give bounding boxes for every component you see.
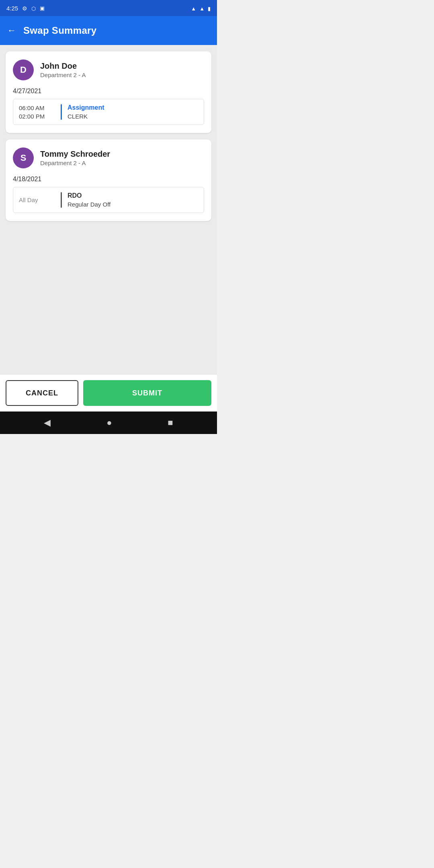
- tommy-schroeder-card: S Tommy Schroeder Department 2 - A 4/18/…: [6, 139, 211, 221]
- john-doe-shift-divider: [61, 104, 62, 120]
- tommy-schroeder-shift-details: RDO Regular Day Off: [68, 192, 111, 208]
- tommy-schroeder-shift-type: RDO: [68, 192, 111, 199]
- nav-bar: ◀ ● ■: [0, 411, 217, 434]
- tommy-schroeder-time-start: All Day: [19, 197, 55, 203]
- john-doe-shift-type: Assignment: [68, 104, 104, 111]
- john-doe-avatar: D: [13, 59, 34, 80]
- signal-icon: [199, 5, 205, 12]
- tommy-schroeder-date: 4/18/2021: [13, 176, 204, 183]
- tommy-schroeder-info: Tommy Schroeder Department 2 - A: [40, 149, 110, 166]
- back-button[interactable]: ←: [7, 25, 16, 36]
- john-doe-shift-box: 06:00 AM 02:00 PM Assignment CLERK: [13, 99, 204, 125]
- nav-home-icon[interactable]: ●: [106, 418, 112, 428]
- john-doe-person-row: D John Doe Department 2 - A: [13, 59, 204, 80]
- tommy-schroeder-shift-box: All Day RDO Regular Day Off: [13, 187, 204, 213]
- status-left: 4:25 ▣: [6, 5, 45, 12]
- nav-back-icon[interactable]: ◀: [44, 418, 51, 428]
- submit-button[interactable]: SUBMIT: [83, 380, 211, 406]
- status-time: 4:25: [6, 5, 18, 12]
- john-doe-dept: Department 2 - A: [40, 72, 86, 78]
- page-title: Swap Summary: [23, 25, 96, 36]
- john-doe-name: John Doe: [40, 61, 86, 71]
- shield-icon: [31, 5, 36, 12]
- tommy-schroeder-shift-role: Regular Day Off: [68, 201, 111, 208]
- battery-icon: [208, 5, 211, 12]
- top-app-bar: ← Swap Summary: [0, 16, 217, 45]
- john-doe-time-end: 02:00 PM: [19, 113, 55, 120]
- tommy-schroeder-avatar: S: [13, 147, 34, 168]
- john-doe-card: D John Doe Department 2 - A 4/27/2021 06…: [6, 51, 211, 133]
- john-doe-time-start: 06:00 AM: [19, 104, 55, 111]
- tommy-schroeder-dept: Department 2 - A: [40, 160, 110, 166]
- tommy-schroeder-shift-times: All Day: [19, 192, 55, 208]
- john-doe-shift-times: 06:00 AM 02:00 PM: [19, 104, 55, 120]
- tommy-schroeder-name: Tommy Schroeder: [40, 149, 110, 159]
- gear-icon: [22, 5, 27, 12]
- john-doe-date: 4/27/2021: [13, 88, 204, 95]
- john-doe-shift-details: Assignment CLERK: [68, 104, 104, 120]
- john-doe-info: John Doe Department 2 - A: [40, 61, 86, 78]
- cancel-button[interactable]: CANCEL: [6, 380, 78, 406]
- clipboard-icon: ▣: [40, 5, 45, 11]
- bottom-action-bar: CANCEL SUBMIT: [0, 374, 217, 411]
- wifi-icon: [191, 5, 196, 12]
- tommy-schroeder-shift-divider: [61, 192, 62, 208]
- tommy-schroeder-person-row: S Tommy Schroeder Department 2 - A: [13, 147, 204, 168]
- nav-recents-icon[interactable]: ■: [168, 418, 173, 428]
- john-doe-shift-role: CLERK: [68, 113, 104, 120]
- status-bar: 4:25 ▣: [0, 0, 217, 16]
- status-right: [191, 5, 211, 12]
- main-content: D John Doe Department 2 - A 4/27/2021 06…: [0, 45, 217, 374]
